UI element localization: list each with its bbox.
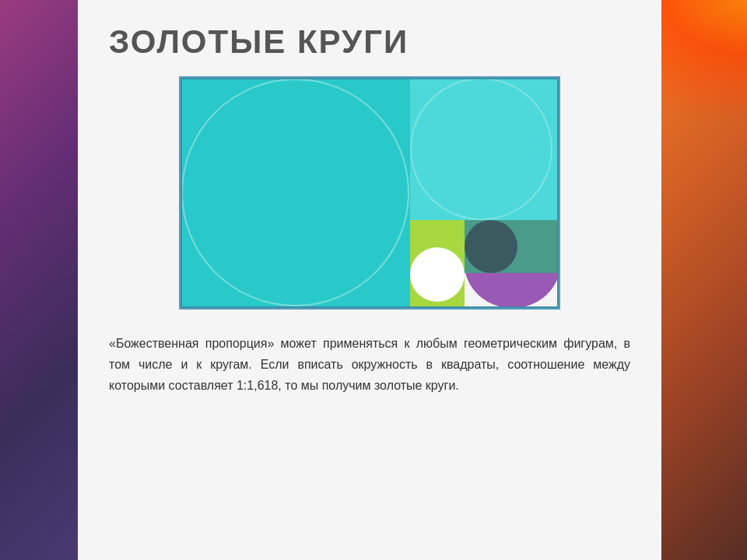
- medium-circle: [410, 78, 552, 220]
- large-circle: [181, 79, 409, 306]
- small-dark-circle: [465, 220, 517, 273]
- page-title: ЗОЛОТЫЕ КРУГИ: [109, 23, 630, 61]
- description-text: «Божественная пропорция» может применять…: [109, 333, 630, 397]
- main-content: ЗОЛОТЫЕ КРУГИ «Божественная пропорция» м…: [78, 0, 661, 560]
- golden-circles-diagram: [179, 76, 560, 310]
- white-circle: [410, 247, 465, 302]
